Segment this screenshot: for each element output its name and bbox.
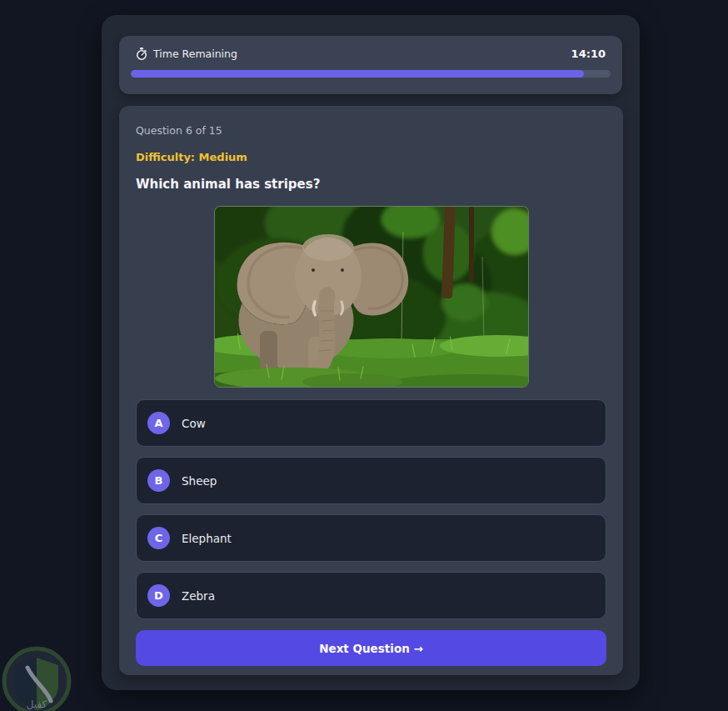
option-b-label: Sheep xyxy=(182,474,217,488)
option-c-label: Elephant xyxy=(182,532,232,545)
option-d-badge: D xyxy=(147,584,170,607)
watermark-text: كفيل xyxy=(27,698,47,710)
option-c[interactable]: C Elephant xyxy=(136,514,606,562)
timer-card: Time Remaining 14:10 xyxy=(119,36,622,94)
progress-fill xyxy=(131,70,584,78)
stopwatch-icon xyxy=(136,48,147,60)
option-b[interactable]: B Sheep xyxy=(136,457,606,504)
timer-value: 14:10 xyxy=(571,48,606,60)
option-a[interactable]: A Cow xyxy=(136,399,606,447)
question-counter: Question 6 of 15 xyxy=(136,124,606,137)
option-a-badge: A xyxy=(147,412,170,434)
option-d-label: Zebra xyxy=(182,589,215,603)
elephant-forest-illustration xyxy=(215,207,528,387)
shield-icon xyxy=(15,658,58,711)
option-a-label: Cow xyxy=(182,417,206,430)
question-card: Question 6 of 15 Difficulty: Medium Whic… xyxy=(119,106,623,675)
timer-progress-track xyxy=(131,70,611,78)
options-list: A Cow B Sheep C Elephant D Zebra xyxy=(136,399,606,619)
question-image xyxy=(214,206,529,388)
quiz-container: Time Remaining 14:10 Question 6 of 15 Di… xyxy=(102,15,640,690)
option-c-badge: C xyxy=(147,527,170,549)
question-text: Which animal has stripes? xyxy=(136,177,606,192)
next-question-button[interactable]: Next Question → xyxy=(136,630,606,666)
timer-label: Time Remaining xyxy=(153,48,237,60)
option-d[interactable]: D Zebra xyxy=(136,572,606,619)
watermark-logo: كفيل xyxy=(0,644,77,711)
option-b-badge: B xyxy=(147,469,170,492)
difficulty-label: Difficulty: Medium xyxy=(136,151,606,163)
